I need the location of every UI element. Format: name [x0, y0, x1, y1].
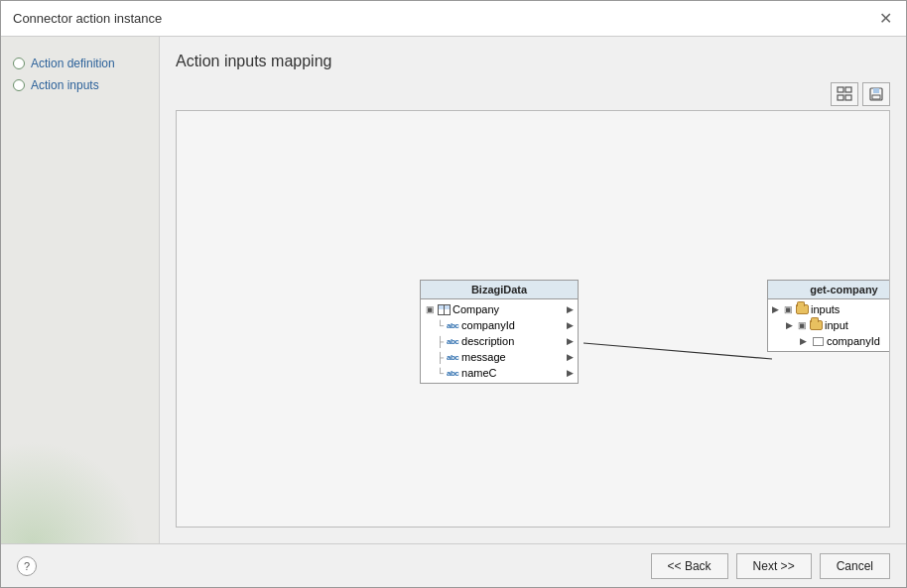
arrow-right: ▶	[567, 352, 574, 362]
circle-icon	[13, 58, 25, 69]
row-label: description	[461, 335, 514, 347]
right-tree-box: get-company ▶ ▣ inputs	[767, 280, 890, 352]
svg-rect-3	[845, 95, 851, 100]
expand-icon[interactable]: ▣	[425, 304, 435, 314]
tree-row: └ abc nameC ▶	[421, 365, 578, 381]
arrow-in: ▶	[786, 320, 793, 330]
sidebar: Action definition Action inputs	[1, 37, 160, 543]
save-button[interactable]	[862, 82, 890, 106]
row-label: nameC	[461, 367, 496, 379]
tree-row: ▶ ▣ input	[768, 317, 890, 333]
left-tree-box: BizagiData ▣ Company ▶	[420, 280, 579, 384]
arrow-right: ▶	[567, 304, 574, 314]
layout-button[interactable]	[831, 82, 858, 106]
abc-icon: abc	[446, 367, 459, 379]
row-label: input	[825, 319, 848, 331]
tree-row: ├ abc message ▶	[421, 349, 578, 365]
right-box-body: ▶ ▣ inputs ▶ ▣	[768, 299, 890, 351]
cancel-button[interactable]: Cancel	[820, 553, 890, 579]
branch-line: └	[437, 368, 444, 379]
row-label: message	[461, 351, 506, 363]
sidebar-item-label: Action inputs	[31, 78, 99, 92]
folder-icon	[809, 319, 823, 331]
window-title: Connector action instance	[13, 11, 162, 26]
right-box-header: get-company	[768, 281, 890, 299]
expand-icon[interactable]: ▣	[797, 320, 807, 330]
abc-icon: abc	[446, 351, 459, 363]
row-label: Company	[453, 303, 499, 315]
content-area: Action definition Action inputs Action i…	[1, 37, 906, 543]
title-bar: Connector action instance ✕	[1, 1, 906, 37]
left-box-header: BizagiData	[421, 281, 578, 299]
mapping-canvas: BizagiData ▣ Company ▶	[177, 111, 889, 527]
page-title: Action inputs mapping	[176, 53, 890, 70]
branch-line: ├	[437, 352, 444, 363]
tree-row: ├ abc description ▶	[421, 333, 578, 349]
svg-rect-2	[838, 95, 843, 100]
svg-rect-5	[873, 88, 879, 93]
left-box-body: ▣ Company ▶ └ abc	[421, 299, 578, 383]
abc-icon: abc	[446, 319, 459, 331]
circle-icon	[13, 79, 25, 91]
svg-rect-0	[838, 87, 843, 92]
table-icon	[437, 303, 451, 315]
footer-left: ?	[17, 556, 37, 576]
folder-icon	[795, 303, 809, 315]
svg-line-7	[583, 343, 772, 359]
abc-icon: abc	[446, 335, 459, 347]
tree-row: ▶ ▣ inputs	[768, 301, 890, 317]
footer-right: << Back Next >> Cancel	[651, 553, 890, 579]
expand-icon[interactable]: ▣	[783, 304, 793, 314]
arrow-in: ▶	[800, 336, 807, 346]
sidebar-item-action-definition[interactable]: Action definition	[13, 53, 147, 74]
svg-rect-1	[845, 87, 851, 92]
row-label: inputs	[811, 303, 840, 315]
footer: ? << Back Next >> Cancel	[1, 543, 906, 587]
toolbar	[176, 82, 890, 106]
row-label: companyId	[461, 319, 515, 331]
branch-line: └	[437, 320, 444, 331]
close-button[interactable]: ✕	[876, 10, 894, 28]
tree-row: └ abc companyId ▶	[421, 317, 578, 333]
back-button[interactable]: << Back	[651, 553, 728, 579]
arrow-right: ▶	[567, 336, 574, 346]
tree-row: ▶ companyId	[768, 333, 890, 349]
branch-line: ├	[437, 336, 444, 347]
row-label: companyId	[827, 335, 880, 347]
sidebar-item-label: Action definition	[31, 57, 115, 70]
window: Connector action instance ✕ Action defin…	[0, 0, 907, 588]
main-content: Action inputs mapping	[160, 37, 906, 543]
arrow-right: ▶	[567, 368, 574, 378]
tree-row: ▣ Company ▶	[421, 301, 578, 317]
help-button[interactable]: ?	[17, 556, 37, 576]
sidebar-item-action-inputs[interactable]: Action inputs	[13, 74, 147, 96]
field-icon	[811, 335, 825, 347]
next-button[interactable]: Next >>	[736, 553, 812, 579]
arrow-right: ▶	[567, 320, 574, 330]
mapping-area: BizagiData ▣ Company ▶	[176, 110, 890, 528]
arrow-in: ▶	[772, 304, 779, 314]
svg-rect-6	[872, 95, 880, 99]
